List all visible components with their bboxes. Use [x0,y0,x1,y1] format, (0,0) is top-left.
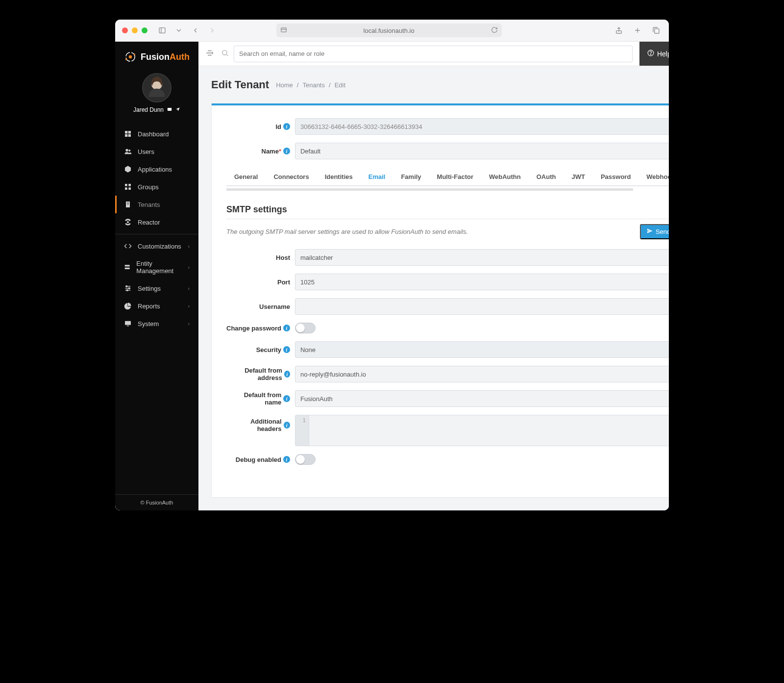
share-icon[interactable] [613,25,625,36]
search-box[interactable] [221,46,633,62]
tab-email[interactable]: Email [361,168,393,186]
nav-label: Applications [138,166,172,173]
reload-icon[interactable] [491,26,498,35]
nav-reports[interactable]: Reports‹ [115,297,198,315]
nav-reactor[interactable]: Reactor [115,213,198,231]
tab-general[interactable]: General [226,168,266,185]
from-address-field[interactable] [295,366,669,382]
location-icon[interactable] [175,106,180,113]
minimize-window-icon[interactable] [132,27,138,33]
name-field[interactable] [295,143,669,159]
security-select[interactable]: None [295,341,669,358]
nav-label: Entity Management [136,260,182,275]
info-icon[interactable]: i [284,371,290,378]
help-label: Help [657,50,669,58]
nav-entity-management[interactable]: Entity Management‹ [115,255,198,279]
collapse-sidebar-icon[interactable] [205,49,214,59]
tab-multi-factor[interactable]: Multi-Factor [429,168,481,185]
nav-label: Customizations [138,243,181,250]
nav-label: Users [138,148,154,155]
chevron-left-icon: ‹ [188,304,190,309]
nav-settings[interactable]: Settings‹ [115,279,198,297]
smtp-section-desc: The outgoing SMTP mail server settings a… [226,228,468,235]
info-icon[interactable]: i [283,123,290,130]
change-password-toggle[interactable] [295,323,316,333]
nav-system[interactable]: System‹ [115,315,198,332]
breadcrumb: Home/ Tenants/ Edit [276,81,345,89]
nav-tenants[interactable]: Tenants [115,196,198,213]
nav-groups[interactable]: Groups [115,178,198,196]
port-field[interactable] [295,274,669,290]
chevron-left-icon: ‹ [188,321,190,327]
debug-toggle[interactable] [295,454,316,465]
server-icon [124,263,130,271]
nav-label: Tenants [138,201,160,208]
send-test-email-button[interactable]: Send test email [640,224,669,239]
host-field[interactable] [295,249,669,266]
brand-logo[interactable]: FusionAuth [115,42,198,68]
tab-bar: General Connectors Identities Email Fami… [226,168,669,186]
svg-point-36 [126,286,127,287]
send-test-label: Send test email [656,228,669,235]
tab-family[interactable]: Family [393,168,429,185]
chevron-left-icon: ‹ [188,286,190,291]
svg-line-45 [226,54,228,56]
topbar: Help Logout [198,42,669,66]
id-card-icon[interactable] [167,106,172,113]
tab-connectors[interactable]: Connectors [266,168,317,185]
info-icon[interactable]: i [283,395,290,402]
tab-scrollbar[interactable] [226,188,669,191]
svg-rect-7 [655,29,659,33]
change-password-label: Change password [226,325,281,332]
username-label: Username [259,303,290,310]
tab-identities[interactable]: Identities [317,168,361,185]
help-button[interactable]: Help [639,42,669,66]
logo-icon [124,51,137,63]
username: Jared Dunn [133,106,164,113]
nav-users[interactable]: Users [115,143,198,160]
nav-customizations[interactable]: Customizations‹ [115,237,198,255]
nav-applications[interactable]: Applications [115,160,198,178]
svg-rect-29 [128,204,129,204]
tabs-overview-icon[interactable] [650,25,662,36]
svg-point-44 [222,50,227,54]
tab-jwt[interactable]: JWT [564,168,592,185]
new-tab-icon[interactable] [632,25,643,36]
info-icon[interactable]: i [283,148,290,154]
help-icon [647,50,654,58]
nav-forward-icon[interactable] [206,25,218,36]
crumb-tenants[interactable]: Tenants [302,81,325,89]
main-content: Help Logout Edit Tenant Home/ Tenants/ E… [198,42,669,510]
svg-rect-40 [127,326,129,326]
additional-headers-label: Additional headers [226,418,282,432]
svg-rect-25 [126,202,130,207]
tab-password[interactable]: Password [593,168,638,185]
additional-headers-field[interactable]: 1 [295,415,669,446]
chevron-down-icon[interactable] [173,25,185,36]
search-input[interactable] [234,46,633,62]
crumb-current: Edit [335,81,345,89]
sidebar-toggle-icon[interactable] [156,25,168,36]
svg-rect-32 [125,268,130,269]
username-field[interactable] [295,298,669,315]
crumb-home[interactable]: Home [276,81,293,89]
code-icon [124,242,132,250]
info-icon[interactable]: i [283,325,290,331]
nav-back-icon[interactable] [190,25,201,36]
tab-webhooks[interactable]: Webhooks [638,168,669,185]
info-icon[interactable]: i [283,456,290,463]
close-window-icon[interactable] [122,27,128,33]
url-bar[interactable]: local.fusionauth.io [276,24,502,37]
brand-text: FusionAuth [141,52,190,62]
svg-point-11 [125,59,127,60]
maximize-window-icon[interactable] [142,27,147,33]
security-label: Security [256,346,281,354]
info-icon[interactable]: i [284,422,290,429]
tab-oauth[interactable]: OAuth [529,168,564,185]
svg-point-19 [125,149,128,152]
user-profile[interactable]: Jared Dunn [115,68,198,120]
tab-webauthn[interactable]: WebAuthn [481,168,529,185]
info-icon[interactable]: i [283,346,290,353]
nav-dashboard[interactable]: Dashboard [115,125,198,143]
from-name-field[interactable] [295,390,669,407]
